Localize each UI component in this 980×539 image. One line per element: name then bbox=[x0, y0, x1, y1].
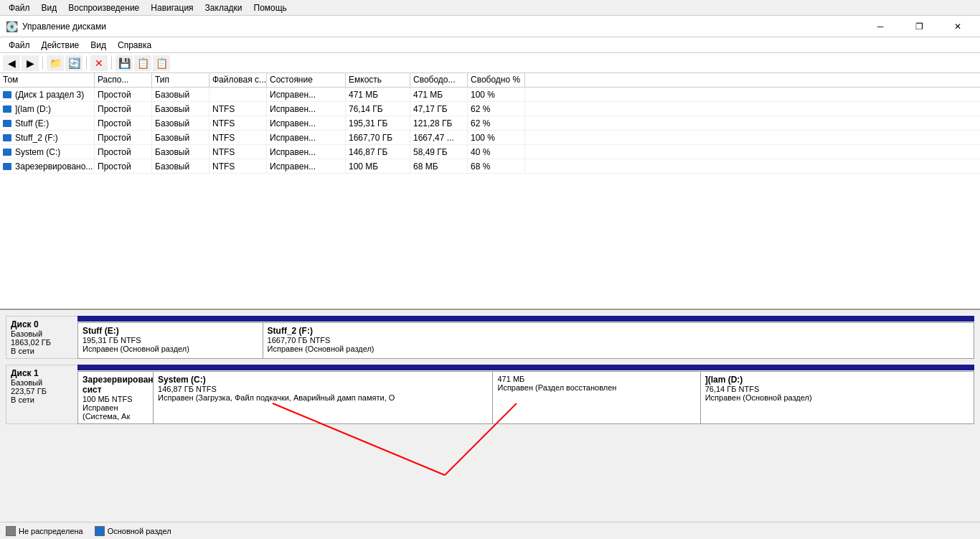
menu-action[interactable]: Действие bbox=[36, 39, 85, 52]
table-body: (Диск 1 раздел 3)ПростойБазовыйИсправен.… bbox=[0, 88, 980, 174]
table-cell: 62 % bbox=[468, 116, 525, 130]
table-cell: Зарезервировано... bbox=[0, 159, 95, 173]
legend-bar: Не распределена Основной раздел bbox=[0, 522, 980, 539]
col-header-tom[interactable]: Том bbox=[0, 73, 95, 87]
disk-partition[interactable]: ](lam (D:)76,14 ГБ NTFSИсправен (Основно… bbox=[701, 372, 974, 423]
table-cell: Простой bbox=[95, 145, 152, 159]
table-cell: NTFS bbox=[209, 102, 267, 116]
toolbar-back[interactable]: ◀ bbox=[3, 55, 20, 71]
col-header-freepct[interactable]: Свободно % bbox=[468, 73, 525, 87]
toolbar-btn2[interactable]: 📋 bbox=[153, 55, 170, 71]
disk-icon bbox=[3, 106, 11, 113]
table-cell: 121,28 ГБ bbox=[410, 116, 468, 130]
table-cell: Простой bbox=[95, 116, 152, 130]
disk-partition[interactable]: Stuff_2 (F:)1667,70 ГБ NTFSИсправен (Осн… bbox=[263, 323, 974, 358]
disk-partition[interactable]: 471 МБИсправен (Раздел восстановлен bbox=[493, 372, 700, 423]
table-row[interactable]: System (C:)ПростойБазовыйNTFSИсправен...… bbox=[0, 145, 980, 159]
legend-primary: Основной раздел bbox=[95, 526, 171, 536]
main-container: Том Распо... Тип Файловая с... Состояние… bbox=[0, 73, 980, 539]
app-title: Управление дисками bbox=[22, 22, 106, 32]
col-header-cap[interactable]: Емкость bbox=[346, 73, 410, 87]
col-header-state[interactable]: Состояние bbox=[267, 73, 346, 87]
legend-unalloc: Не распределена bbox=[6, 526, 83, 536]
table-cell: 68 МБ bbox=[410, 159, 468, 173]
disk-label: Диск 0Базовый1863,02 ГБВ сети bbox=[6, 316, 77, 359]
disk-partitions: Зарезервировано сист100 МБ NTFSИсправен … bbox=[77, 365, 974, 424]
toolbar-refresh[interactable]: 🔄 bbox=[65, 55, 83, 71]
table-cell: 100 % bbox=[468, 131, 525, 144]
toolbar-sep3 bbox=[111, 57, 112, 70]
table-cell: Простой bbox=[95, 131, 152, 144]
toolbar-sep1 bbox=[42, 57, 43, 70]
toolbar-folder[interactable]: 📁 bbox=[47, 55, 64, 71]
outer-menu-view[interactable]: Вид bbox=[36, 1, 63, 14]
disk-partition[interactable]: Зарезервировано сист100 МБ NTFSИсправен … bbox=[78, 372, 154, 423]
disk-partition[interactable]: Stuff (E:)195,31 ГБ NTFSИсправен (Основн… bbox=[78, 323, 263, 358]
app-icon: 💽 bbox=[6, 21, 18, 32]
outer-menu-bar: Файл Вид Воспроизведение Навигация Закла… bbox=[0, 0, 980, 16]
menu-bar: Файл Действие Вид Справка bbox=[0, 37, 980, 53]
col-header-fs[interactable]: Файловая с... bbox=[209, 73, 267, 87]
table-cell: 1667,47 ... bbox=[410, 131, 468, 144]
col-header-tip[interactable]: Тип bbox=[152, 73, 209, 87]
menu-view[interactable]: Вид bbox=[85, 39, 112, 52]
table-cell: System (C:) bbox=[0, 145, 95, 159]
legend-label-primary: Основной раздел bbox=[108, 527, 171, 535]
legend-box-unalloc bbox=[6, 526, 16, 536]
col-header-rasp[interactable]: Распо... bbox=[95, 73, 152, 87]
outer-menu-nav[interactable]: Навигация bbox=[145, 1, 199, 14]
table-cell: 471 МБ bbox=[346, 88, 410, 101]
menu-help[interactable]: Справка bbox=[112, 39, 157, 52]
table-cell: 471 МБ bbox=[410, 88, 468, 101]
partition-row: Зарезервировано сист100 МБ NTFSИсправен … bbox=[77, 371, 974, 424]
toolbar-btn1[interactable]: 📋 bbox=[134, 55, 151, 71]
table-cell: (Диск 1 раздел 3) bbox=[0, 88, 95, 101]
table-cell: Базовый bbox=[152, 116, 209, 130]
table-cell: 100 % bbox=[468, 88, 525, 101]
table-cell: Простой bbox=[95, 88, 152, 101]
table-cell: Базовый bbox=[152, 145, 209, 159]
table-area: Том Распо... Тип Файловая с... Состояние… bbox=[0, 73, 980, 310]
table-cell: ](lam (D:) bbox=[0, 102, 95, 116]
disk-partitions: Stuff (E:)195,31 ГБ NTFSИсправен (Основн… bbox=[77, 316, 974, 359]
disk-icon bbox=[3, 120, 11, 127]
table-cell: 40 % bbox=[468, 145, 525, 159]
table-cell: 47,17 ГБ bbox=[410, 102, 468, 116]
disk-top-bar bbox=[77, 316, 974, 322]
disk-visual-area: Диск 0Базовый1863,02 ГБВ сетиStuff (E:)1… bbox=[0, 310, 980, 539]
outer-menu-play[interactable]: Воспроизведение bbox=[62, 1, 145, 14]
table-row[interactable]: (Диск 1 раздел 3)ПростойБазовыйИсправен.… bbox=[0, 88, 980, 102]
table-row[interactable]: Stuff (E:)ПростойБазовыйNTFSИсправен...1… bbox=[0, 116, 980, 131]
toolbar-save[interactable]: 💾 bbox=[116, 55, 133, 71]
table-cell: Исправен... bbox=[267, 102, 346, 116]
outer-menu-help[interactable]: Помощь bbox=[248, 1, 293, 14]
table-cell: 195,31 ГБ bbox=[346, 116, 410, 130]
outer-menu-bookmarks[interactable]: Закладки bbox=[199, 1, 248, 14]
outer-menu-file[interactable]: Файл bbox=[3, 1, 36, 14]
table-cell: NTFS bbox=[209, 159, 267, 173]
close-button[interactable]: ✕ bbox=[941, 16, 974, 37]
partition-row: Stuff (E:)195,31 ГБ NTFSИсправен (Основн… bbox=[77, 322, 974, 359]
table-cell: 76,14 ГБ bbox=[346, 102, 410, 116]
table-row[interactable]: ](lam (D:)ПростойБазовыйNTFSИсправен...7… bbox=[0, 102, 980, 116]
toolbar-cancel[interactable]: ✕ bbox=[90, 55, 108, 71]
table-cell bbox=[209, 88, 267, 101]
table-cell: Исправен... bbox=[267, 116, 346, 130]
disk-label: Диск 1Базовый223,57 ГБВ сети bbox=[6, 365, 77, 424]
table-row[interactable]: Stuff_2 (F:)ПростойБазовыйNTFSИсправен..… bbox=[0, 131, 980, 145]
col-header-free[interactable]: Свободо... bbox=[410, 73, 468, 87]
table-row[interactable]: Зарезервировано...ПростойБазовыйNTFSИспр… bbox=[0, 159, 980, 174]
menu-file[interactable]: Файл bbox=[3, 39, 36, 52]
restore-button[interactable]: ❐ bbox=[903, 16, 936, 37]
table-cell: Базовый bbox=[152, 159, 209, 173]
toolbar-forward[interactable]: ▶ bbox=[22, 55, 39, 71]
disk-icon bbox=[3, 134, 11, 141]
table-cell: Простой bbox=[95, 159, 152, 173]
table-cell: Простой bbox=[95, 102, 152, 116]
table-cell: Исправен... bbox=[267, 159, 346, 173]
table-cell: Исправен... bbox=[267, 88, 346, 101]
disk-row: Диск 1Базовый223,57 ГБВ сетиЗарезервиров… bbox=[6, 365, 974, 424]
disk-partition[interactable]: System (C:)146,87 ГБ NTFSИсправен (Загру… bbox=[154, 372, 493, 423]
table-cell: Stuff (E:) bbox=[0, 116, 95, 130]
minimize-button[interactable]: ─ bbox=[864, 16, 897, 37]
